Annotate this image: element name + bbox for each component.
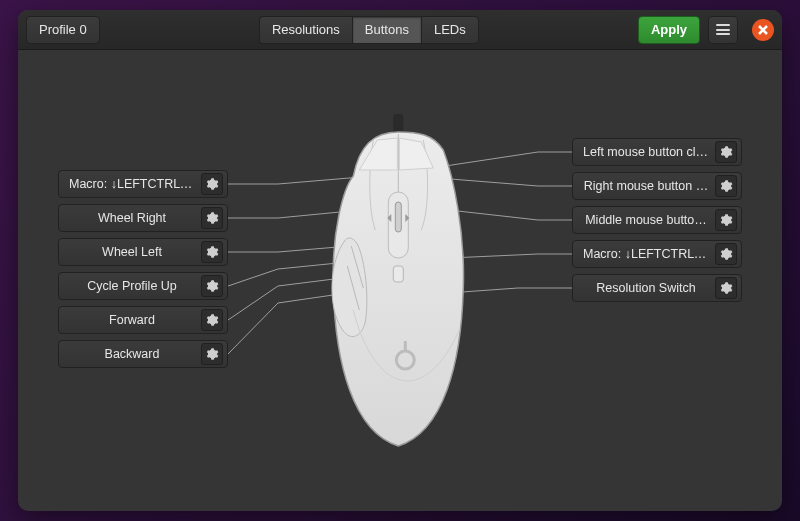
btn-right-click[interactable]: Right mouse button …: [572, 172, 742, 200]
label: Left mouse button cli…: [583, 145, 709, 159]
label: Middle mouse butto…: [583, 213, 709, 227]
label: Backward: [69, 347, 195, 361]
svg-rect-11: [403, 257, 409, 263]
btn-left-click[interactable]: Left mouse button cli…: [572, 138, 742, 166]
svg-rect-7: [338, 291, 344, 297]
gear-icon[interactable]: [715, 243, 737, 265]
label: Macro: ↓LEFTCTRL ↓…: [69, 177, 195, 191]
headerbar: Profile 0 Resolutions Buttons LEDs Apply: [18, 10, 782, 50]
gear-icon[interactable]: [201, 241, 223, 263]
label: Resolution Switch: [583, 281, 709, 295]
btn-forward[interactable]: Forward: [58, 306, 228, 334]
btn-wheel-left[interactable]: Wheel Left: [58, 238, 228, 266]
svg-rect-10: [401, 202, 407, 208]
app-window: Profile 0 Resolutions Buttons LEDs Apply: [18, 10, 782, 511]
svg-point-19: [396, 351, 414, 369]
tab-leds[interactable]: LEDs: [421, 16, 479, 44]
btn-res-switch[interactable]: Resolution Switch: [572, 274, 742, 302]
svg-rect-8: [429, 164, 435, 170]
mouse-diagram: [313, 110, 483, 450]
svg-rect-5: [346, 258, 352, 264]
svg-marker-16: [387, 214, 391, 222]
btn-backward[interactable]: Backward: [58, 340, 228, 368]
view-tabs: Resolutions Buttons LEDs: [259, 16, 479, 44]
tab-buttons[interactable]: Buttons: [352, 16, 421, 44]
gear-icon[interactable]: [715, 175, 737, 197]
profile-label: Profile 0: [39, 22, 87, 37]
btn-middle-click[interactable]: Middle mouse butto…: [572, 206, 742, 234]
close-icon: [758, 25, 768, 35]
label: Macro: ↓LEFTCTRL ↓…: [583, 247, 709, 261]
hamburger-icon: [716, 24, 730, 35]
left-button-panel: Macro: ↓LEFTCTRL ↓… Wheel Right Wheel Le…: [58, 170, 228, 368]
svg-rect-6: [340, 275, 346, 281]
label: Cycle Profile Up: [69, 279, 195, 293]
gear-icon[interactable]: [715, 277, 737, 299]
label: Right mouse button …: [583, 179, 709, 193]
svg-marker-17: [405, 214, 409, 222]
svg-rect-14: [388, 192, 408, 258]
content: Macro: ↓LEFTCTRL ↓… Wheel Right Wheel Le…: [18, 50, 782, 511]
close-button[interactable]: [752, 19, 774, 41]
svg-rect-13: [393, 114, 403, 140]
profile-selector[interactable]: Profile 0: [26, 16, 100, 44]
svg-rect-15: [395, 202, 401, 232]
btn-macro-right[interactable]: Macro: ↓LEFTCTRL ↓…: [572, 240, 742, 268]
gear-icon[interactable]: [201, 309, 223, 331]
apply-button[interactable]: Apply: [638, 16, 700, 44]
svg-rect-12: [403, 293, 409, 299]
right-button-panel: Left mouse button cli… Right mouse butto…: [572, 138, 742, 302]
label: Wheel Right: [69, 211, 195, 225]
gear-icon[interactable]: [201, 173, 223, 195]
svg-rect-3: [368, 205, 374, 211]
gear-icon[interactable]: [201, 207, 223, 229]
gear-icon[interactable]: [715, 141, 737, 163]
svg-rect-18: [393, 266, 403, 282]
gear-icon[interactable]: [715, 209, 737, 231]
btn-macro-left[interactable]: Macro: ↓LEFTCTRL ↓…: [58, 170, 228, 198]
svg-rect-9: [435, 174, 441, 180]
svg-rect-4: [348, 243, 354, 249]
menu-button[interactable]: [708, 16, 738, 44]
label: Wheel Left: [69, 245, 195, 259]
label: Forward: [69, 313, 195, 327]
btn-wheel-right[interactable]: Wheel Right: [58, 204, 228, 232]
svg-rect-2: [370, 172, 376, 178]
tab-resolutions[interactable]: Resolutions: [259, 16, 352, 44]
btn-cycle-profile[interactable]: Cycle Profile Up: [58, 272, 228, 300]
gear-icon[interactable]: [201, 343, 223, 365]
gear-icon[interactable]: [201, 275, 223, 297]
